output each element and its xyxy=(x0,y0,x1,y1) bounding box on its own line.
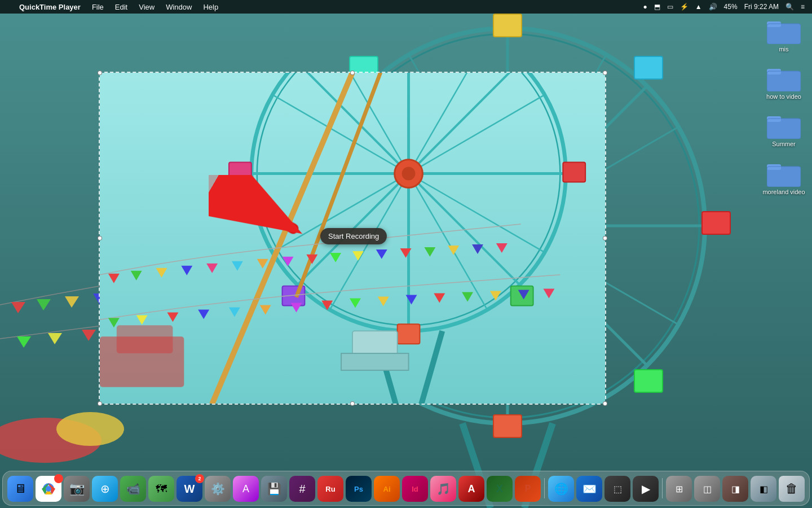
ps-icon: Ps xyxy=(354,485,363,493)
svg-rect-114 xyxy=(341,353,408,370)
resize-handle-bottom-right[interactable] xyxy=(603,401,607,406)
mail-icon: ✉️ xyxy=(582,482,597,496)
chrome-badge xyxy=(54,474,63,483)
dock-item-safari[interactable]: ⊕ xyxy=(92,476,118,502)
svg-rect-119 xyxy=(767,21,781,27)
spotlight-icon[interactable]: ● xyxy=(640,0,650,14)
sysprefs-icon: ⚙️ xyxy=(211,482,225,496)
wifi-icon[interactable]: ▲ xyxy=(692,0,705,14)
dock-item-sysprefs[interactable]: ⚙️ xyxy=(205,476,231,502)
desktop-icon-summer[interactable]: Summer xyxy=(761,112,806,148)
folder-icon-summer xyxy=(767,112,801,139)
file-menu[interactable]: File xyxy=(86,0,109,14)
dock-item-ru[interactable]: Ru xyxy=(317,476,343,502)
svg-rect-70 xyxy=(563,163,585,182)
dock-item-screenrecorder[interactable]: ⬚ xyxy=(604,476,630,502)
photos-icon: 📷 xyxy=(69,481,85,496)
volume-icon[interactable]: 🔊 xyxy=(706,0,720,14)
datetime: Fri 9:22 AM xyxy=(742,0,782,14)
dock-item-word[interactable]: W 2 xyxy=(176,476,202,502)
resize-handle-bottom-center[interactable] xyxy=(350,401,355,406)
resize-handle-top-left[interactable] xyxy=(98,71,102,75)
resize-handle-top-right[interactable] xyxy=(603,71,607,75)
resize-handle-bottom-left[interactable] xyxy=(98,401,102,406)
alfred-icon: A xyxy=(242,483,249,495)
svg-rect-128 xyxy=(767,164,781,170)
dock-item-excel[interactable]: X xyxy=(487,476,513,502)
maps-icon: 🗺 xyxy=(156,483,167,496)
dock-item-finder[interactable]: 🖥 xyxy=(7,476,33,502)
dock-item-misc2[interactable]: ◫ xyxy=(694,476,720,502)
edit-menu[interactable]: Edit xyxy=(109,0,133,14)
folder-label-moreland: moreland video xyxy=(762,189,805,196)
word-icon: W xyxy=(184,483,195,496)
misc4-icon: ◧ xyxy=(760,484,768,494)
desktop-icon-moreland[interactable]: moreland video xyxy=(761,160,806,196)
airplay-icon[interactable]: ▭ xyxy=(664,0,676,14)
search-icon[interactable]: 🔍 xyxy=(783,0,797,14)
resize-handle-middle-left[interactable] xyxy=(98,236,102,240)
dock-item-alfred[interactable]: A xyxy=(233,476,259,502)
svg-rect-16 xyxy=(634,56,663,79)
dock-item-misc3[interactable]: ◨ xyxy=(722,476,748,502)
finder-icon: 🖥 xyxy=(14,481,27,496)
apple-menu[interactable] xyxy=(0,0,14,14)
dock-item-misc4[interactable]: ◧ xyxy=(751,476,776,502)
desktop-icons: mis how to video Summer xyxy=(761,17,806,196)
dock-item-disk[interactable]: 💾 xyxy=(261,476,287,502)
bluetooth-icon[interactable]: ⚡ xyxy=(677,0,691,14)
dock-item-photoshop[interactable]: Ps xyxy=(346,476,372,502)
id-icon: Id xyxy=(412,485,418,493)
resize-handle-top-center[interactable] xyxy=(350,71,355,75)
folder-label-howto: how to video xyxy=(766,93,801,100)
misc1-icon: ⊞ xyxy=(676,484,683,494)
dock-item-powerpoint[interactable]: P xyxy=(515,476,541,502)
dock-item-illustrator[interactable]: Ai xyxy=(374,476,400,502)
acrobat-icon: A xyxy=(468,483,475,495)
dock-item-slack[interactable]: # xyxy=(289,476,315,502)
help-menu[interactable]: Help xyxy=(197,0,224,14)
folder-icon-moreland xyxy=(767,160,801,187)
dock-item-acrobat[interactable]: A xyxy=(458,476,484,502)
desktop-icon-mis[interactable]: mis xyxy=(761,17,806,53)
view-menu[interactable]: View xyxy=(133,0,160,14)
folder-icon-mis xyxy=(767,17,801,44)
dock-item-facetime[interactable]: 📹 xyxy=(120,476,146,502)
dock-item-maps[interactable]: 🗺 xyxy=(148,476,174,502)
dock-separator-2 xyxy=(662,478,663,498)
app-name[interactable]: QuickTime Player xyxy=(14,0,86,14)
ppt-icon: P xyxy=(525,484,531,494)
itunes-icon: 🎵 xyxy=(436,482,451,496)
resize-handle-middle-right[interactable] xyxy=(603,236,607,240)
facetime-icon: 📹 xyxy=(126,482,140,496)
dock-item-internet[interactable]: 🌐 xyxy=(548,476,574,502)
dock-item-mail[interactable]: ✉️ xyxy=(576,476,602,502)
dock-item-itunes[interactable]: 🎵 xyxy=(430,476,456,502)
folder-label-mis: mis xyxy=(779,46,788,53)
dock-item-quicktime[interactable]: ▶ xyxy=(633,476,659,502)
menubar: QuickTime Player File Edit View Window H… xyxy=(0,0,812,14)
start-recording-tooltip[interactable]: Start Recording xyxy=(320,228,387,244)
dock-item-photos[interactable]: 📷 xyxy=(64,476,90,502)
dock-item-trash[interactable]: 🗑 xyxy=(779,476,805,502)
ai-icon: Ai xyxy=(383,485,391,493)
notification-icon[interactable]: ≡ xyxy=(798,0,807,14)
svg-point-67 xyxy=(402,167,416,181)
desktop-icon-howto[interactable]: how to video xyxy=(761,64,806,100)
word-badge: 2 xyxy=(195,474,204,483)
dock-separator xyxy=(544,478,545,498)
cast-icon[interactable]: ⬒ xyxy=(651,0,663,14)
slack-icon: # xyxy=(299,483,305,496)
instructional-arrow xyxy=(209,175,321,251)
chrome-icon xyxy=(41,481,56,497)
battery-indicator[interactable]: 45% xyxy=(721,0,740,14)
dock-item-misc1[interactable]: ⊞ xyxy=(666,476,692,502)
disk-icon: 💾 xyxy=(267,482,281,496)
svg-point-54 xyxy=(56,412,124,446)
menubar-left: QuickTime Player File Edit View Window H… xyxy=(0,0,224,14)
svg-rect-125 xyxy=(767,116,781,122)
window-menu[interactable]: Window xyxy=(160,0,197,14)
dock-item-indesign[interactable]: Id xyxy=(402,476,428,502)
svg-rect-72 xyxy=(398,324,420,344)
dock-item-chrome[interactable] xyxy=(36,476,61,502)
